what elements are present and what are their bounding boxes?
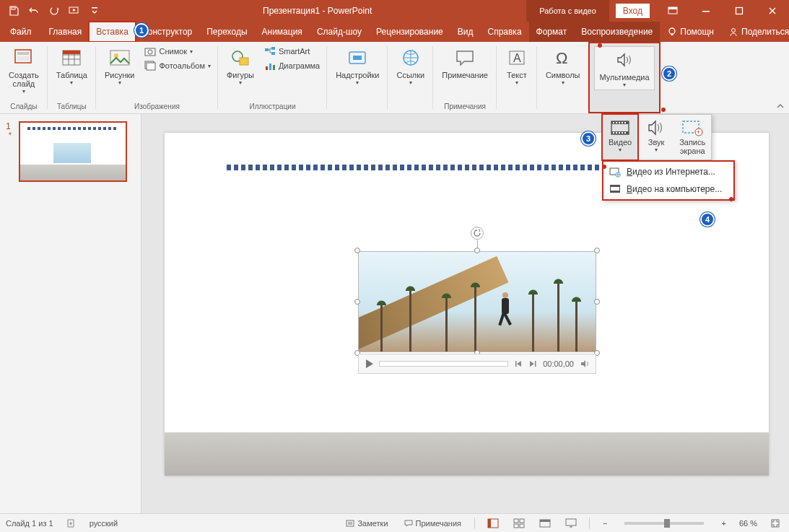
close-icon[interactable] [756, 0, 789, 22]
svg-rect-59 [488, 519, 491, 528]
tab-animation[interactable]: Анимация [255, 22, 310, 42]
language-indicator[interactable]: русский [90, 519, 118, 528]
step-forward-button[interactable] [528, 359, 537, 368]
file-video-icon [609, 183, 621, 195]
reading-view-button[interactable] [537, 517, 553, 530]
thumb-number: 1 [6, 121, 14, 131]
progress-bar[interactable] [379, 361, 508, 367]
normal-view-button[interactable] [485, 517, 501, 530]
window-controls [656, 0, 789, 22]
tab-slideshow[interactable]: Слайд-шоу [310, 22, 369, 42]
undo-icon[interactable] [25, 1, 43, 20]
slide-thumbnail[interactable] [19, 121, 127, 182]
save-icon[interactable] [4, 1, 23, 20]
resize-handle[interactable] [354, 248, 360, 253]
chevron-down-icon: ▾ [623, 82, 626, 88]
status-bar: Слайд 1 из 1 русский Заметки Примечания … [0, 513, 789, 532]
tab-insert[interactable]: Вставка [89, 22, 136, 42]
marker-dot [602, 165, 606, 169]
zoom-out-button[interactable]: − [600, 519, 610, 528]
screenshot-button[interactable]: Снимок▾ [141, 45, 214, 58]
svg-rect-45 [616, 132, 617, 134]
tab-playback[interactable]: Воспроизведение [574, 22, 660, 42]
svg-rect-7 [736, 8, 743, 14]
share-button[interactable]: Поделиться [721, 27, 789, 37]
table-button[interactable]: Таблица ▾ [52, 45, 92, 87]
svg-rect-31 [353, 56, 362, 60]
svg-rect-13 [17, 56, 29, 61]
redo-icon[interactable] [45, 1, 64, 20]
zoom-slider[interactable] [624, 522, 704, 525]
play-button[interactable] [365, 359, 373, 369]
online-video-menuitem[interactable]: Видео из Интернета... [603, 163, 733, 180]
album-label: Фотоальбом [159, 61, 205, 70]
svg-rect-66 [566, 519, 576, 526]
tab-transitions[interactable]: Переходы [199, 22, 254, 42]
collapse-ribbon-icon[interactable] [776, 102, 785, 110]
tab-format[interactable]: Формат [529, 22, 575, 42]
svg-rect-57 [346, 520, 354, 526]
symbols-label: Символы [546, 71, 580, 79]
ribbon-tabs: Файл Главная Вставка Конструктор Переход… [0, 22, 789, 42]
minimize-icon[interactable] [689, 0, 723, 22]
slideshow-view-button[interactable] [563, 517, 579, 530]
zoom-in-button[interactable]: + [718, 519, 728, 528]
sign-in-button[interactable]: Вход [615, 3, 650, 19]
svg-point-1 [51, 7, 58, 14]
tab-help[interactable]: Справка [480, 22, 528, 42]
volume-button[interactable] [580, 359, 590, 368]
tell-me-label: Помощн [680, 27, 714, 37]
resize-handle[interactable] [594, 248, 600, 253]
text-button[interactable]: A Текст ▾ [501, 45, 533, 87]
photo-album-button[interactable]: Фотоальбом▾ [141, 59, 214, 72]
player-time: 00:00,00 [543, 359, 574, 368]
comments-button[interactable]: Примечания [401, 519, 465, 528]
tab-view[interactable]: Вид [450, 22, 481, 42]
new-slide-button[interactable]: Создать слайд ▾ [4, 45, 43, 96]
video-from-file-menuitem[interactable]: Видео на компьютере... [603, 180, 733, 198]
pictures-button[interactable]: Рисунки ▾ [100, 45, 139, 87]
media-button[interactable]: Мультимедиа ▾ [594, 46, 654, 90]
fit-to-window-button[interactable] [767, 517, 783, 530]
chevron-down-icon: ▾ [22, 88, 25, 95]
audio-dropdown-button[interactable]: Звук ▾ [639, 115, 674, 160]
qat-customize-icon[interactable] [85, 1, 104, 20]
spellcheck-button[interactable] [64, 518, 79, 528]
video-object[interactable] [358, 251, 596, 352]
notes-button[interactable]: Заметки [343, 519, 391, 528]
zoom-slider-thumb[interactable] [664, 519, 670, 528]
svg-rect-25 [271, 47, 275, 50]
addins-button[interactable]: Надстройки ▾ [331, 45, 383, 87]
zoom-level[interactable]: 66 % [739, 519, 757, 528]
slide-sorter-button[interactable] [511, 517, 527, 530]
callout-3: 3 [581, 131, 596, 146]
slide-counter[interactable]: Слайд 1 из 1 [6, 519, 53, 528]
svg-rect-62 [514, 524, 518, 528]
maximize-icon[interactable] [723, 0, 756, 22]
tell-me-button[interactable]: Помощн [660, 27, 721, 37]
addins-icon [346, 46, 369, 69]
resize-handle[interactable] [354, 299, 360, 305]
comment-button[interactable]: Примечание [437, 45, 492, 81]
shapes-button[interactable]: Фигуры ▾ [222, 45, 258, 87]
resize-handle[interactable] [474, 248, 480, 253]
tab-file[interactable]: Файл [0, 22, 42, 42]
notes-label: Заметки [357, 519, 388, 528]
rotate-handle[interactable] [471, 227, 484, 240]
group-tables: Таблица ▾ Таблицы [48, 42, 96, 113]
video-dropdown-button[interactable]: Видео ▾ [601, 113, 639, 161]
smartart-button[interactable]: SmartArt [261, 45, 323, 58]
resize-handle[interactable] [594, 299, 600, 305]
ribbon-display-options-icon[interactable] [656, 0, 689, 22]
screen-recording-button[interactable]: + Запись экрана [674, 115, 711, 160]
start-from-beginning-icon[interactable] [65, 1, 84, 20]
svg-rect-61 [520, 519, 524, 523]
svg-rect-15 [63, 51, 80, 54]
tab-home[interactable]: Главная [42, 22, 90, 42]
tab-review[interactable]: Рецензирование [369, 22, 450, 42]
chart-button[interactable]: Диаграмма [261, 59, 323, 72]
links-button[interactable]: Ссылки ▾ [392, 45, 429, 87]
slide-floor-graphic [165, 432, 769, 476]
symbols-button[interactable]: Ω Символы ▾ [541, 45, 585, 87]
step-back-button[interactable] [514, 359, 523, 368]
